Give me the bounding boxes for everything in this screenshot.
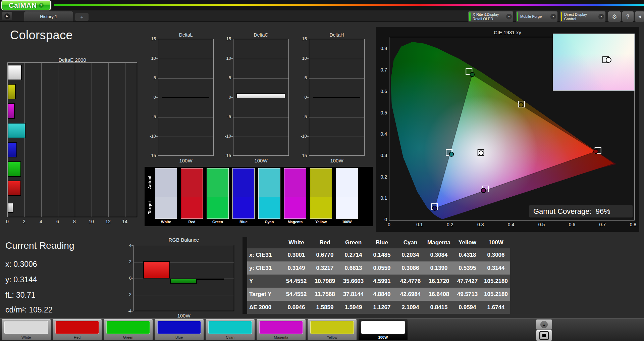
deltae-bar-magenta xyxy=(8,103,15,119)
mini-y-tick-label: -10 xyxy=(297,134,307,139)
swatch-actual-green xyxy=(207,168,228,197)
gear-icon: ⚙ xyxy=(612,13,617,20)
table-cell: 4.5991 xyxy=(368,275,396,288)
mini-tick-mark xyxy=(231,58,233,59)
collapse-panel-button[interactable]: ◀ xyxy=(635,11,644,22)
rgb-balance-title: RGB Balance xyxy=(133,237,234,243)
deltae-x-tick-label: 6 xyxy=(53,219,62,224)
patch-button-100w[interactable]: 100W xyxy=(359,319,408,340)
table-cell: 37.8144 xyxy=(339,288,368,301)
swatch-actual-magenta xyxy=(284,168,306,197)
deltae-x-tick-label: 10 xyxy=(87,219,96,224)
cie-x-tick-label: 0.7 xyxy=(597,222,608,227)
display-control-dropdown[interactable]: Direct Display Control ▼ xyxy=(559,11,606,22)
table-row-label: Y xyxy=(247,275,282,288)
deltae-bar-100w xyxy=(8,65,22,80)
table-cell: 42.4776 xyxy=(396,275,425,288)
patch-label: 100W xyxy=(359,335,408,339)
swatch-target-green xyxy=(207,197,228,218)
patch-button-yellow[interactable]: Yellow xyxy=(308,319,357,340)
target-row-label: Target xyxy=(145,197,154,219)
mini-y-tick-label: 15 xyxy=(146,36,156,41)
tray-up-button[interactable]: ▲ xyxy=(536,320,552,330)
white-point-inset xyxy=(553,34,635,91)
swatch-target-blue xyxy=(233,197,254,218)
rgb-bar-green xyxy=(170,279,197,284)
tab-scroll-button[interactable]: ▶ xyxy=(2,12,12,20)
mini-tick-mark xyxy=(156,97,158,98)
swatch-actual-white xyxy=(155,168,177,197)
mini-tick-mark xyxy=(307,39,309,39)
mini-gridline xyxy=(233,59,288,59)
cie-x-tick-label: 0.1 xyxy=(414,222,425,227)
mini-y-tick-label: 0 xyxy=(146,95,156,100)
table-header-yellow: Yellow xyxy=(453,237,482,248)
patch-button-green[interactable]: Green xyxy=(104,319,153,340)
cie-y-tick-label: 0.4 xyxy=(377,131,387,137)
table-cell: 42.6984 xyxy=(396,288,425,301)
rgb-bar-blue xyxy=(197,279,224,280)
mini-y-tick-label: -15 xyxy=(221,153,231,158)
patch-swatch xyxy=(208,321,252,334)
mini-bar-deltaL xyxy=(162,97,209,98)
meter-dropdown[interactable]: X-Rite i1Display Retail OLED ▼ xyxy=(468,11,514,22)
table-cell: 0.2714 xyxy=(339,248,368,261)
source-dropdown[interactable]: Mobile Forge ▼ xyxy=(516,11,558,22)
deltae-gridline xyxy=(92,63,92,217)
cie-x-tick-label: 0.3 xyxy=(475,222,486,227)
reading-0: x: 0.3006 xyxy=(5,260,37,269)
patch-swatch xyxy=(4,321,48,334)
table-cell: 0.3086 xyxy=(396,261,425,275)
calman-logo-menu[interactable]: CalMAN ▼ xyxy=(2,1,50,10)
cie-measured-circle-white xyxy=(479,151,483,155)
patch-label: Cyan xyxy=(206,335,255,339)
chevron-down-icon: ▼ xyxy=(598,14,604,19)
cie-x-tick-label: 0 xyxy=(383,222,395,227)
cie-x-tick-label: 0.4 xyxy=(505,222,517,227)
patch-button-cyan[interactable]: Cyan xyxy=(206,319,255,340)
reading-1: y: 0.3144 xyxy=(5,275,37,284)
help-button[interactable]: ? xyxy=(622,11,634,22)
table-cell: 1.5859 xyxy=(311,301,339,314)
patch-swatch xyxy=(361,321,405,334)
cie-measured-circle-yellow xyxy=(519,103,523,107)
table-header-green: Green xyxy=(339,237,368,248)
swatch-actual-red xyxy=(181,168,203,197)
mini-tick-mark xyxy=(307,117,309,117)
rainbow-spectrum-strip xyxy=(54,4,644,6)
patch-button-red[interactable]: Red xyxy=(53,319,102,340)
cie-x-tick-label: 0.8 xyxy=(627,222,639,227)
mini-gridline xyxy=(233,117,288,117)
patch-label: Blue xyxy=(155,335,204,339)
mini-y-tick-label: 10 xyxy=(146,56,156,61)
add-tab-button[interactable]: + xyxy=(75,13,89,21)
plus-icon: + xyxy=(80,14,84,20)
mini-y-tick-label: -5 xyxy=(146,114,156,119)
table-row-label: x: CIE31 xyxy=(247,248,282,261)
table-cell: 0.6946 xyxy=(282,301,311,314)
mini-chart-plot-deltaH xyxy=(309,39,365,156)
measurement-table: WhiteRedGreenBlueCyanMagentaYellow100Wx:… xyxy=(243,237,510,314)
patch-label: Green xyxy=(104,335,153,339)
table-cell: 54.4552 xyxy=(282,275,311,288)
patch-button-blue[interactable]: Blue xyxy=(155,319,204,340)
patch-label: Yellow xyxy=(308,335,357,339)
patch-button-white[interactable]: White xyxy=(2,319,51,340)
inset-blue-gradient xyxy=(553,34,634,90)
rgb-y-tick-label: -4 xyxy=(121,308,131,313)
deltae-gridline xyxy=(125,63,125,217)
mini-tick-mark xyxy=(231,136,233,137)
tab-history-1[interactable]: History 1 xyxy=(24,11,73,21)
stop-measure-button[interactable] xyxy=(536,330,552,341)
settings-button[interactable]: ⚙ xyxy=(608,11,621,22)
cie-y-tick-label: 0.8 xyxy=(377,46,387,51)
swatch-column-green xyxy=(207,168,229,219)
mini-tick-mark xyxy=(156,156,158,156)
table-row-label: ΔE 2000 xyxy=(247,301,282,314)
patch-button-magenta[interactable]: Magenta xyxy=(257,319,306,340)
table-row-strip xyxy=(243,248,247,261)
swatch-column-label: Blue xyxy=(232,220,255,224)
deltae-x-tick-label: 0 xyxy=(3,219,12,224)
table-cell: 0.8415 xyxy=(425,301,453,314)
deltae-bar-green xyxy=(8,161,21,177)
